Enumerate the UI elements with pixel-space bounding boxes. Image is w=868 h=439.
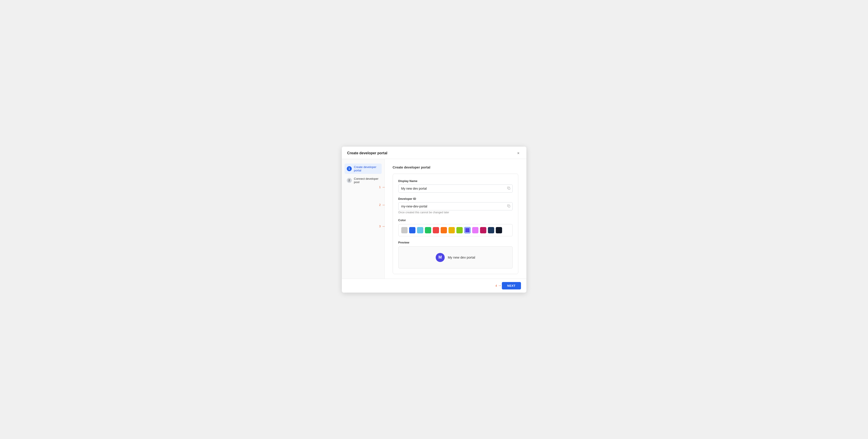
close-button[interactable]: × [516,151,521,156]
developer-id-input[interactable] [398,202,513,210]
preview-group: Preview M My new dev portal [398,241,513,268]
sidebar-item-connect-pool[interactable]: 2 Connect developer pool [345,175,382,185]
developer-id-copy-icon[interactable] [507,204,510,208]
section-heading: Create developer portal [393,165,518,169]
color-swatch-fuchsia[interactable] [472,227,478,233]
preview-name: My new dev portal [448,256,475,259]
next-button[interactable]: NEXT [502,282,521,289]
sidebar-item-create-portal[interactable]: 1 Create developer portal [345,164,382,174]
color-swatch-lime[interactable] [456,227,463,233]
developer-id-label: Developer ID [398,197,513,201]
color-swatch-pink[interactable] [480,227,486,233]
modal-footer: 4 → NEXT [342,279,526,293]
annotation-4: 4 → [495,284,501,288]
color-group: 3 → Color [398,218,513,236]
step-number-1: 1 [347,166,352,171]
color-swatch-black[interactable] [496,227,502,233]
modal-body: 1 Create developer portal 2 Connect deve… [342,159,526,279]
modal-header: Create developer portal × [342,147,526,159]
color-swatch-dark-blue[interactable] [488,227,494,233]
color-swatch-blue[interactable] [409,227,415,233]
main-content: Create developer portal 1 → Display Name [384,159,526,279]
color-swatch-yellow[interactable] [448,227,455,233]
display-name-group: 1 → Display Name [398,179,513,193]
color-swatch-red[interactable] [433,227,439,233]
preview-avatar: M [436,253,445,262]
developer-id-group: 2 → Developer ID Once created th [398,197,513,214]
color-swatch-orange[interactable] [441,227,447,233]
display-name-copy-icon[interactable] [507,186,510,190]
create-developer-portal-modal: Create developer portal × 1 Create devel… [342,147,526,293]
modal-title: Create developer portal [347,151,388,155]
step-label-1: Create developer portal [354,165,379,172]
display-name-label: Display Name [398,179,513,183]
color-swatches [398,224,513,236]
developer-id-hint: Once created this cannot be changed late… [398,211,449,214]
step-number-2: 2 [347,178,352,183]
sidebar: 1 Create developer portal 2 Connect deve… [342,159,384,279]
preview-box: M My new dev portal [398,246,513,268]
svg-rect-0 [508,187,510,189]
color-swatch-green[interactable] [425,227,431,233]
svg-rect-1 [508,205,510,207]
color-swatch-light-blue[interactable] [417,227,423,233]
form-card: 1 → Display Name [393,174,518,274]
developer-id-input-wrap [398,202,513,210]
display-name-input[interactable] [398,184,513,193]
step-label-2: Connect developer pool [354,177,379,184]
preview-label: Preview [398,241,513,244]
color-swatch-indigo[interactable] [464,227,471,233]
color-swatch-gray[interactable] [401,227,408,233]
display-name-input-wrap [398,184,513,193]
color-label: Color [398,218,513,222]
